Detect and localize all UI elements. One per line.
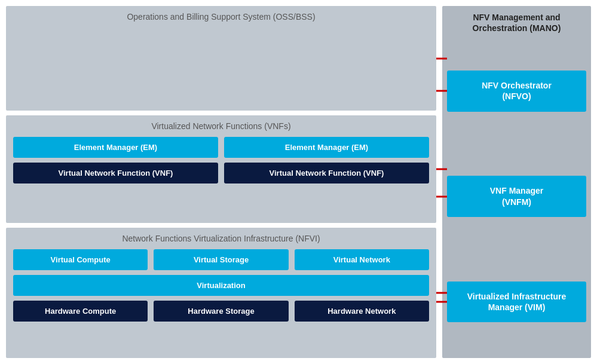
virtual-storage: Virtual Storage <box>154 249 288 270</box>
vnf-section: Virtualized Network Functions (VNFs) Ele… <box>6 115 436 223</box>
vnf-row: Virtual Network Function (VNF) Virtual N… <box>13 163 429 183</box>
virtual-compute: Virtual Compute <box>13 249 148 270</box>
nfvo-connector <box>436 90 447 92</box>
vnfm-connector <box>436 195 447 197</box>
vnf-function-1: Virtual Network Function (VNF) <box>13 163 218 183</box>
left-column: Operations and Billing Support System (O… <box>6 6 436 358</box>
oss-section: Operations and Billing Support System (O… <box>6 6 436 111</box>
virtual-network: Virtual Network <box>295 249 429 270</box>
main-container: Operations and Billing Support System (O… <box>0 0 597 364</box>
element-manager-1: Element Manager (EM) <box>13 137 218 158</box>
vnfm-label: VNF Manager(VNFM) <box>490 185 543 207</box>
nfvi-connector-line <box>436 292 447 294</box>
right-column: NFV Management and Orchestration (MANO) … <box>442 6 591 358</box>
virtualization: Virtualization <box>13 275 429 296</box>
vim-wrapper: Virtualized Infrastructure Manager (VIM) <box>447 252 586 352</box>
mano-title: NFV Management and Orchestration (MANO) <box>447 12 586 33</box>
oss-title: Operations and Billing Support System (O… <box>13 12 429 22</box>
vnfm-box: VNF Manager(VNFM) <box>447 176 586 216</box>
hardware-row: Hardware Compute Hardware Storage Hardwa… <box>13 301 429 322</box>
vim-connector <box>436 301 447 302</box>
vim-box: Virtualized Infrastructure Manager (VIM) <box>447 282 586 322</box>
virtual-row: Virtual Compute Virtual Storage Virtual … <box>13 249 429 270</box>
nfvo-wrapper: NFV Orchestrator(NFVO) <box>447 41 586 141</box>
element-manager-2: Element Manager (EM) <box>224 137 429 158</box>
em-row: Element Manager (EM) Element Manager (EM… <box>13 137 429 158</box>
oss-connector-line <box>436 57 447 59</box>
nfvi-section: Network Functions Virtualization Infrast… <box>6 228 436 358</box>
hardware-storage: Hardware Storage <box>154 301 288 322</box>
nfvo-box: NFV Orchestrator(NFVO) <box>447 71 586 111</box>
hardware-compute: Hardware Compute <box>13 301 148 322</box>
hardware-network: Hardware Network <box>295 301 429 322</box>
vnfm-wrapper: VNF Manager(VNFM) <box>447 146 586 247</box>
vim-label: Virtualized Infrastructure Manager (VIM) <box>452 291 581 313</box>
vnf-connector-line <box>436 169 447 170</box>
vnf-function-2: Virtual Network Function (VNF) <box>224 163 429 183</box>
vnf-title: Virtualized Network Functions (VNFs) <box>13 121 429 131</box>
nfvi-title: Network Functions Virtualization Infrast… <box>13 234 429 243</box>
nfvo-label: NFV Orchestrator(NFVO) <box>482 80 552 102</box>
